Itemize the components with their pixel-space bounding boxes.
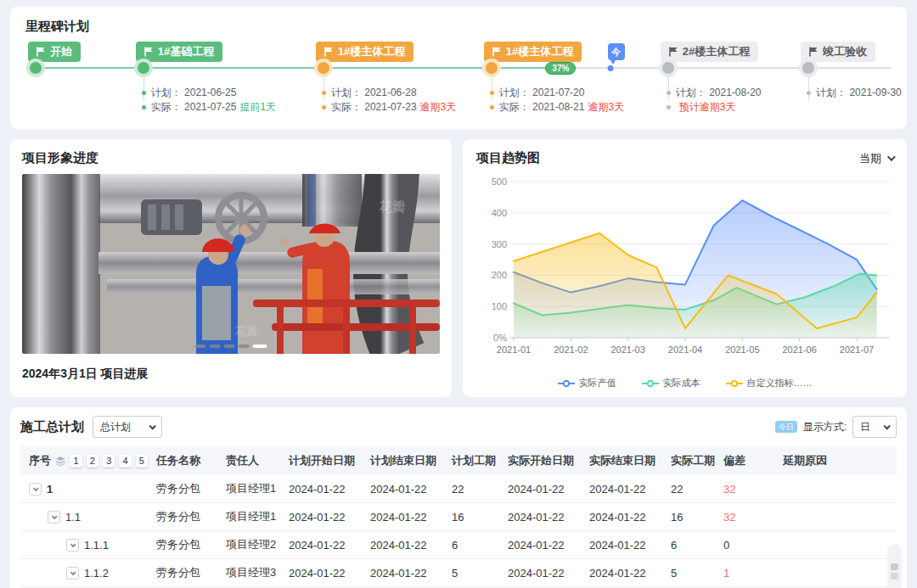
task-owner: 项目经理2 [217, 537, 280, 552]
table-row[interactable]: 1.1 劳务分包 项目经理1 2024-01-22 2024-01-22 16 … [20, 503, 897, 531]
actual-end: 2024-01-22 [581, 567, 662, 580]
milestone-dot [662, 62, 674, 74]
flag-icon [669, 47, 678, 57]
site-photo-carousel[interactable]: 花瓣 花瓣 [22, 174, 440, 354]
task-id-cell: 1.1 [20, 511, 148, 524]
carousel-dash[interactable] [195, 344, 206, 348]
table-scrollbar[interactable] [888, 545, 901, 588]
deviation: 1 [715, 567, 774, 580]
milestone-dot [802, 62, 814, 74]
plan-days: 16 [443, 511, 499, 524]
milestone-dot [318, 62, 329, 74]
project-progress-card: 项目形象进度 [10, 139, 452, 397]
svg-text:400: 400 [492, 208, 507, 218]
construction-plan-card: 施工总计划 总计划 今日 显示方式: 日 序号12345任务名称责任人计划开始日… [10, 407, 907, 588]
task-name: 劳务分包 [148, 481, 217, 496]
chevron-down-icon [149, 423, 155, 429]
expand-toggle[interactable] [48, 511, 60, 524]
plan-start: 2024-01-22 [280, 567, 362, 580]
layers-icon [55, 456, 65, 467]
table-row[interactable]: 1.1.2 劳务分包 项目经理3 2024-01-22 2024-01-22 5… [20, 559, 897, 587]
task-id: 1 [47, 483, 53, 496]
plan-select[interactable]: 总计划 [93, 416, 162, 438]
legend-item[interactable]: 实际成本 [642, 377, 700, 389]
milestone-dot [30, 62, 42, 74]
milestone-label: 1#基础工程 [136, 42, 222, 62]
plan-end: 2024-01-22 [362, 567, 443, 580]
legend-item[interactable]: 自定义指标…… [726, 377, 813, 389]
svg-text:2021-02: 2021-02 [554, 344, 588, 355]
milestone-date: 计划： 2021-07-20 [490, 86, 624, 100]
milestone-label: 竣工验收 [801, 42, 875, 62]
today-bubble: 今 [608, 43, 625, 60]
carousel-dash[interactable] [224, 344, 235, 348]
column-header: 计划结束日期 [362, 453, 443, 468]
milestone-label: 1#楼主体工程 [484, 42, 582, 62]
svg-text:2021-07: 2021-07 [840, 344, 874, 355]
level-button-3[interactable]: 3 [103, 455, 115, 468]
level-button-4[interactable]: 4 [119, 455, 131, 468]
carousel-dash[interactable] [253, 344, 267, 348]
display-mode-label: 显示方式: [803, 420, 847, 434]
flag-icon [144, 47, 154, 57]
task-name: 劳务分包 [148, 509, 217, 524]
display-mode-select[interactable]: 日 [852, 416, 897, 438]
table-row[interactable]: 1.1.1 劳务分包 项目经理2 2024-01-22 2024-01-22 6… [20, 531, 897, 559]
chevron-down-icon [883, 423, 890, 429]
milestone-date: 实际： 2021-07-23逾期3天 [322, 100, 456, 115]
deviation: 32 [715, 483, 774, 496]
svg-text:2021-04: 2021-04 [668, 344, 702, 355]
milestone-date: 实际： 2021-08-21逾期3天 [490, 100, 624, 115]
milestone-label: 1#楼主体工程 [316, 42, 413, 62]
milestone-label: 开始 [28, 42, 81, 62]
carousel-dots[interactable] [195, 344, 267, 348]
column-header: 计划工期 [443, 453, 499, 468]
svg-text:0%: 0% [493, 333, 507, 343]
level-button-5[interactable]: 5 [136, 455, 148, 468]
progress-badge: 37% [545, 62, 576, 75]
svg-text:花瓣: 花瓣 [234, 324, 258, 338]
milestone-date: 计划： 2021-06-25 [142, 86, 276, 100]
level-button-1[interactable]: 1 [70, 455, 82, 468]
expand-toggle[interactable] [29, 483, 42, 496]
column-header: 延期原因 [774, 453, 897, 468]
trend-chart-svg: 0%1002003004005002021-012021-022021-0320… [476, 170, 893, 373]
svg-text:100: 100 [492, 301, 507, 311]
milestone-timeline: 开始 1#基础工程 计划： 2021-06-25实际： 2021-07-25提前… [25, 35, 892, 120]
task-id-cell: 1.1.2 [20, 567, 148, 580]
actual-end: 2024-01-22 [581, 483, 662, 496]
legend-item[interactable]: 实际产值 [558, 377, 616, 389]
today-badge[interactable]: 今日 [775, 421, 797, 433]
scrollbar-thumb[interactable] [891, 563, 898, 570]
plan-end: 2024-01-22 [362, 511, 443, 524]
trend-chart-card: 项目趋势图 当期 0%1002003004005002021-012021-02… [463, 139, 907, 397]
task-id: 1.1.2 [84, 567, 109, 580]
table-row[interactable]: 1 劳务分包 项目经理1 2024-01-22 2024-01-22 22 20… [20, 475, 897, 503]
period-select[interactable]: 当期 [859, 151, 893, 166]
milestone-dot [138, 62, 149, 74]
expand-toggle[interactable] [66, 567, 79, 580]
task-owner: 项目经理1 [217, 481, 280, 496]
actual-days: 5 [662, 567, 715, 580]
project-progress-title: 项目形象进度 [22, 150, 440, 166]
column-header: 实际结束日期 [581, 453, 662, 468]
plan-end: 2024-01-22 [362, 539, 443, 552]
carousel-dash[interactable] [210, 344, 221, 348]
task-id-cell: 1.1.1 [20, 539, 148, 552]
legend-marker-icon [726, 379, 743, 388]
expand-toggle[interactable] [66, 539, 79, 552]
display-mode-value: 日 [860, 420, 870, 434]
actual-end: 2024-01-22 [581, 511, 662, 524]
photo-caption: 2024年3月1日 项目进展 [22, 367, 440, 382]
task-id: 1.1.1 [84, 539, 109, 552]
svg-text:200: 200 [492, 270, 507, 280]
svg-text:2021-05: 2021-05 [725, 344, 759, 355]
task-id: 1.1 [65, 511, 81, 524]
carousel-dash[interactable] [239, 344, 250, 348]
chevron-down-icon [52, 513, 58, 519]
level-button-2[interactable]: 2 [87, 455, 98, 468]
actual-start: 2024-01-22 [499, 483, 581, 496]
flag-icon [324, 47, 334, 57]
legend-label: 自定义指标…… [747, 377, 813, 389]
scrollbar-thumb[interactable] [891, 573, 898, 580]
